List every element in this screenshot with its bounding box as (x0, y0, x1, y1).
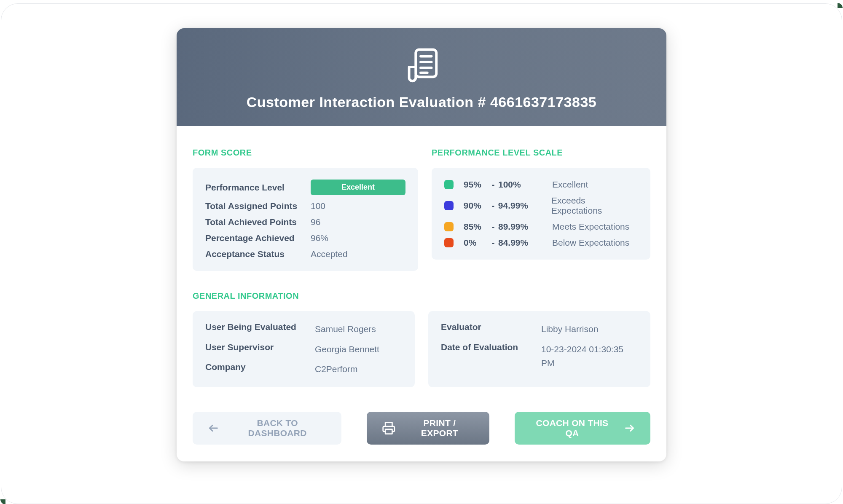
user-evaluated-label: User Being Evaluated (205, 322, 315, 336)
card-body: FORM SCORE Performance Level Excellent T… (177, 126, 666, 461)
back-button-label: BACK TO DASHBOARD (228, 418, 327, 438)
total-achieved-row: Total Achieved Points 96 (205, 217, 405, 227)
performance-level-label: Performance Level (205, 182, 311, 193)
evaluator-label: Evaluator (441, 322, 541, 336)
coach-on-qa-button[interactable]: COACH ON THIS QA (515, 412, 650, 445)
form-score-panel: Performance Level Excellent Total Assign… (193, 168, 418, 271)
acceptance-label: Acceptance Status (205, 249, 311, 259)
hero-banner: Customer Interaction Evaluation # 466163… (177, 28, 666, 126)
total-achieved-value: 96 (311, 217, 320, 227)
printer-icon (382, 421, 396, 435)
print-export-button[interactable]: PRINT / EXPORT (367, 412, 489, 445)
scale-row-meets: 85% - 89.99% Meets Expectations (444, 222, 638, 232)
scale-range: 85% - 89.99% (464, 222, 552, 232)
scale-label: Meets Expectations (552, 222, 629, 232)
user-evaluated-row: User Being Evaluated Samuel Rogers (205, 322, 402, 336)
company-row: Company C2Perform (205, 362, 402, 376)
page-title: Customer Interaction Evaluation # 466163… (247, 94, 596, 110)
form-score-heading: FORM SCORE (193, 148, 418, 158)
scale-row-below: 0% - 84.99% Below Expectations (444, 238, 638, 248)
print-button-label: PRINT / EXPORT (405, 418, 474, 438)
arrow-right-icon (624, 422, 635, 434)
page-container: Customer Interaction Evaluation # 466163… (1, 3, 842, 504)
scale-dot (444, 201, 454, 210)
performance-level-badge: Excellent (311, 180, 405, 195)
total-achieved-label: Total Achieved Points (205, 217, 311, 227)
svg-rect-6 (386, 429, 392, 434)
score-row: FORM SCORE Performance Level Excellent T… (193, 148, 650, 271)
supervisor-row: User Supervisor Georgia Bennett (205, 342, 402, 357)
form-score-column: FORM SCORE Performance Level Excellent T… (193, 148, 418, 271)
scale-label: Excellent (552, 180, 588, 190)
scale-row-excellent: 95% - 100% Excellent (444, 180, 638, 190)
percentage-row: Percentage Achieved 96% (205, 233, 405, 243)
scale-label: Below Expectations (552, 238, 629, 248)
percentage-value: 96% (311, 233, 328, 243)
performance-level-row: Performance Level Excellent (205, 180, 405, 195)
scale-range: 0% - 84.99% (464, 238, 552, 248)
total-assigned-row: Total Assigned Points 100 (205, 201, 405, 211)
performance-scale-heading: PERFORMANCE LEVEL SCALE (432, 148, 650, 158)
document-icon (401, 44, 442, 86)
actions-row: BACK TO DASHBOARD PRINT / EXPORT COACH O… (193, 412, 650, 445)
scale-label: Exceeds Expectations (551, 196, 638, 216)
percentage-label: Percentage Achieved (205, 233, 311, 243)
total-assigned-value: 100 (311, 201, 325, 211)
supervisor-value: Georgia Bennett (315, 342, 402, 357)
general-info-right-panel: Evaluator Libby Harrison Date of Evaluat… (428, 311, 650, 387)
scale-dot (444, 222, 454, 231)
scale-range: 95% - 100% (464, 180, 552, 190)
total-assigned-label: Total Assigned Points (205, 201, 311, 211)
scale-row-exceeds: 90% - 94.99% Exceeds Expectations (444, 196, 638, 216)
company-value: C2Perform (315, 362, 402, 376)
performance-scale-column: PERFORMANCE LEVEL SCALE 95% - 100% Excel… (432, 148, 650, 271)
general-info-left-panel: User Being Evaluated Samuel Rogers User … (193, 311, 415, 387)
supervisor-label: User Supervisor (205, 342, 315, 357)
arrow-left-icon (208, 422, 219, 434)
evaluation-date-row: Date of Evaluation 10-23-2024 01:30:35 P… (441, 342, 638, 370)
evaluation-date-label: Date of Evaluation (441, 342, 541, 370)
general-info-row: User Being Evaluated Samuel Rogers User … (193, 311, 650, 387)
back-to-dashboard-button[interactable]: BACK TO DASHBOARD (193, 412, 341, 445)
evaluator-row: Evaluator Libby Harrison (441, 322, 638, 336)
coach-button-label: COACH ON THIS QA (530, 418, 615, 438)
company-label: Company (205, 362, 315, 376)
evaluation-date-value: 10-23-2024 01:30:35 PM (541, 342, 638, 370)
user-evaluated-value: Samuel Rogers (315, 322, 402, 336)
general-info-heading: GENERAL INFORMATION (193, 291, 650, 301)
evaluator-value: Libby Harrison (541, 322, 638, 336)
scale-dot (444, 238, 454, 247)
acceptance-row: Acceptance Status Accepted (205, 249, 405, 259)
scale-range: 90% - 94.99% (464, 201, 551, 211)
scale-dot (444, 180, 454, 189)
performance-scale-panel: 95% - 100% Excellent 90% - 94.99% (432, 168, 650, 260)
evaluation-card: Customer Interaction Evaluation # 466163… (177, 28, 666, 461)
acceptance-value: Accepted (311, 249, 348, 259)
